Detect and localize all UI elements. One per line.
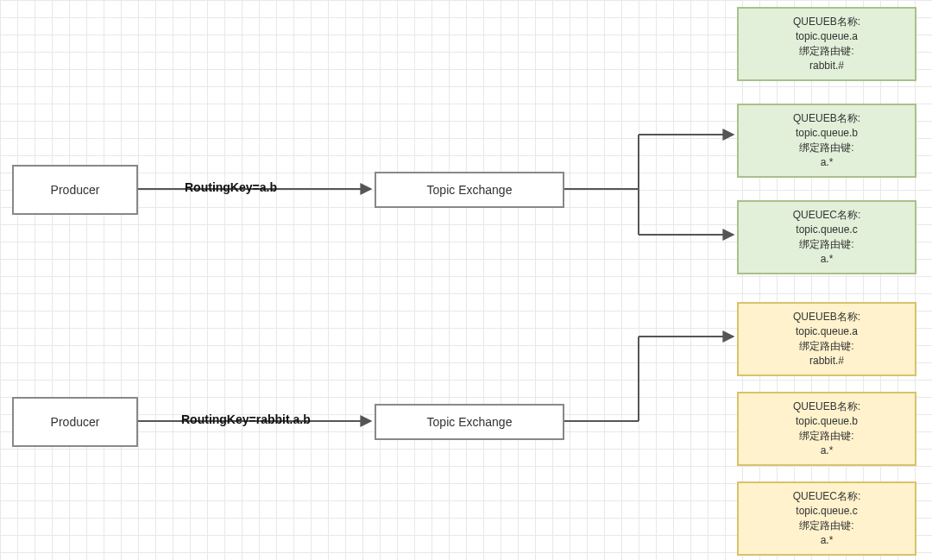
queue-yellow-a: QUEUEB名称: topic.queue.a 绑定路由键: rabbit.#	[737, 302, 916, 376]
queue-bind-label: 绑定路由键:	[799, 339, 853, 354]
queue-title: QUEUEB名称:	[793, 400, 860, 414]
producer-node-2: Producer	[12, 397, 138, 447]
routing-key-label-1: RoutingKey=a.b	[185, 180, 277, 194]
queue-name: topic.queue.a	[796, 324, 858, 339]
queue-bind-label: 绑定路由键:	[799, 141, 853, 155]
connector-layer	[0, 0, 932, 560]
queue-bind-key: rabbit.#	[809, 59, 844, 73]
producer-node-1: Producer	[12, 165, 138, 215]
queue-bind-label: 绑定路由键:	[799, 44, 853, 59]
queue-bind-key: a.*	[821, 252, 834, 267]
queue-yellow-c: QUEUEC名称: topic.queue.c 绑定路由键: a.*	[737, 481, 916, 556]
queue-name: topic.queue.b	[796, 414, 858, 429]
queue-bind-key: a.*	[821, 155, 834, 170]
queue-title: QUEUEB名称:	[793, 310, 860, 324]
queue-bind-label: 绑定路由键:	[799, 237, 853, 252]
queue-green-a: QUEUEB名称: topic.queue.a 绑定路由键: rabbit.#	[737, 7, 916, 81]
queue-bind-label: 绑定路由键:	[799, 429, 853, 444]
queue-title: QUEUEB名称:	[793, 15, 860, 29]
exchange-label: Topic Exchange	[427, 183, 513, 197]
queue-title: QUEUEC名称:	[793, 208, 861, 223]
routing-key-label-2: RoutingKey=rabbit.a.b	[181, 412, 311, 426]
queue-yellow-b: QUEUEB名称: topic.queue.b 绑定路由键: a.*	[737, 392, 916, 466]
producer-label: Producer	[51, 415, 100, 429]
queue-green-c: QUEUEC名称: topic.queue.c 绑定路由键: a.*	[737, 200, 916, 274]
queue-name: topic.queue.a	[796, 29, 858, 44]
exchange-label: Topic Exchange	[427, 415, 513, 429]
queue-bind-label: 绑定路由键:	[799, 519, 853, 533]
exchange-node-2: Topic Exchange	[375, 404, 564, 440]
queue-name: topic.queue.c	[796, 223, 857, 237]
queue-title: QUEUEB名称:	[793, 111, 860, 126]
producer-label: Producer	[51, 183, 100, 197]
queue-name: topic.queue.c	[796, 504, 857, 519]
queue-bind-key: rabbit.#	[809, 354, 844, 368]
queue-green-b: QUEUEB名称: topic.queue.b 绑定路由键: a.*	[737, 104, 916, 178]
queue-name: topic.queue.b	[796, 126, 858, 141]
queue-bind-key: a.*	[821, 533, 834, 548]
queue-title: QUEUEC名称:	[793, 489, 861, 504]
diagram-canvas: Producer RoutingKey=a.b Topic Exchange P…	[0, 0, 932, 560]
queue-bind-key: a.*	[821, 444, 834, 458]
exchange-node-1: Topic Exchange	[375, 172, 564, 208]
